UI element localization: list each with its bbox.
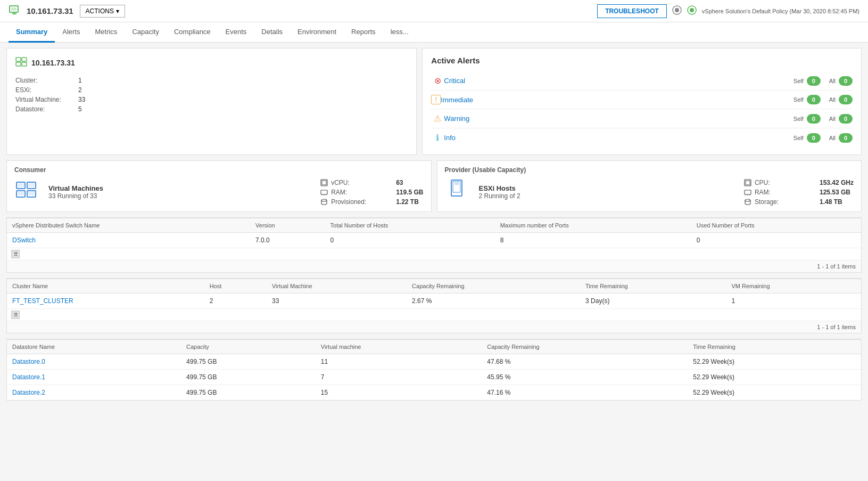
immediate-all-count: 0	[839, 95, 853, 104]
svg-point-8	[690, 8, 694, 12]
tab-capacity[interactable]: Capacity	[125, 22, 167, 43]
tab-less[interactable]: less...	[383, 22, 416, 43]
immediate-icon: !	[431, 95, 441, 104]
vswitch-col-maxports: Maximum number of Ports	[495, 218, 691, 233]
tab-compliance[interactable]: Compliance	[167, 22, 218, 43]
ds1-caprem: 45.95 %	[482, 370, 688, 385]
tab-details[interactable]: Details	[254, 22, 290, 43]
warning-all-count: 0	[839, 114, 853, 124]
tab-metrics[interactable]: Metrics	[87, 22, 125, 43]
ds-value: 5	[78, 105, 408, 113]
info-panel-title: 10.161.73.31	[15, 56, 408, 69]
cp-section: Consumer Virtual Machines	[6, 160, 862, 212]
resize-handle[interactable]: ⠿	[11, 250, 20, 258]
svg-rect-23	[321, 190, 327, 194]
svg-rect-12	[22, 62, 27, 66]
critical-all-count: 0	[839, 76, 853, 86]
consumer-icon	[14, 178, 38, 206]
ds0-name[interactable]: Datastore.0	[7, 354, 181, 370]
storage-icon	[320, 198, 328, 206]
troubleshoot-button[interactable]: TROUBLESHOOT	[597, 4, 667, 18]
provider-inner: ESXi Hosts 2 Running of 2 CPU: 153.42 GH…	[445, 178, 854, 206]
consumer-inner: Virtual Machines 33 Running of 33 vCPU: …	[14, 178, 424, 206]
provider-storage-value: 1.48 TB	[820, 198, 854, 206]
ram-icon	[320, 189, 328, 196]
esxi-label: ESXi:	[15, 86, 74, 94]
critical-name[interactable]: Critical	[444, 77, 793, 85]
ds1-name[interactable]: Datastore.1	[7, 370, 181, 385]
table-row: Datastore.1 499.75 GB 7 45.95 % 52.29 We…	[7, 370, 861, 385]
tab-reports[interactable]: Reports	[344, 22, 383, 43]
ds-col-vm: Virtual machine	[316, 340, 482, 354]
table-row: FT_TEST_CLUSTER 2 33 2.67 % 3 Day(s) 1	[7, 294, 861, 309]
provider-ram-value: 125.53 GB	[820, 189, 854, 196]
alerts-panel: Active Alerts ⊗ Critical Self 0 All 0 ! …	[422, 48, 862, 155]
vcpu-icon	[320, 179, 328, 186]
provider-label: Provider (Usable Capacity)	[445, 166, 854, 174]
svg-rect-34	[745, 190, 751, 194]
actions-button[interactable]: ACTIONS ▾	[80, 5, 125, 18]
svg-rect-10	[22, 58, 27, 61]
consumer-stats: vCPU: 63 RAM: 119.5 GB Provisioned: 1.22…	[320, 179, 423, 206]
ds2-vm: 15	[316, 385, 482, 401]
svg-rect-9	[16, 58, 21, 61]
main-content: 10.161.73.31 Cluster: 1 ESXi: 2 Virtual …	[0, 43, 868, 411]
info-grid: Cluster: 1 ESXi: 2 Virtual Machine: 33 D…	[15, 77, 408, 113]
info-title: 10.161.73.31	[31, 59, 75, 67]
vm-value: 33	[78, 96, 408, 103]
consumer-type: Virtual Machines	[48, 184, 103, 192]
vcpu-label: vCPU:	[320, 179, 390, 186]
ds-col-capacity: Capacity	[181, 340, 316, 354]
warning-name[interactable]: Warning	[444, 115, 793, 123]
provider-desc: ESXi Hosts 2 Running of 2	[479, 184, 520, 200]
tab-alerts[interactable]: Alerts	[55, 22, 87, 43]
provider-running: 2 Running of 2	[479, 192, 520, 200]
info-panel: 10.161.73.31 Cluster: 1 ESXi: 2 Virtual …	[6, 48, 417, 155]
immediate-name[interactable]: Immediate	[441, 96, 793, 104]
consumer-label: Consumer	[14, 166, 424, 174]
ds0-caprem: 47.68 %	[482, 354, 688, 370]
vm-label: Virtual Machine:	[15, 96, 74, 103]
tab-summary[interactable]: Summary	[9, 22, 55, 43]
ds2-timerem: 52.29 Week(s)	[688, 385, 861, 401]
vswitch-table: vSphere Distributed Switch Name Version …	[7, 218, 861, 260]
provider-ram-icon	[744, 189, 751, 196]
immediate-self-count: 0	[807, 95, 821, 104]
ds-col-name: Datastore Name	[7, 340, 181, 354]
ds-label: Datastore:	[15, 105, 74, 113]
warning-self: Self 0	[793, 114, 821, 124]
cluster-host: 2	[204, 294, 267, 309]
chevron-down-icon: ▾	[116, 7, 119, 15]
table-resize-row: ⠿	[7, 248, 861, 260]
alert-info: ℹ Info Self 0 All 0	[431, 128, 853, 147]
provisioned-label: Provisioned:	[320, 198, 390, 206]
svg-rect-16	[28, 183, 35, 187]
info-icon: ℹ	[431, 133, 444, 143]
cluster-vm: 33	[267, 294, 407, 309]
info-all-count: 0	[839, 133, 853, 143]
cluster-caprem: 2.67 %	[407, 294, 580, 309]
cluster-col-caprem: Capacity Remaining	[407, 279, 580, 294]
table-row: Datastore.2 499.75 GB 15 47.16 % 52.29 W…	[7, 385, 861, 401]
provider-ram-label: RAM:	[744, 189, 813, 196]
vswitch-table-section: vSphere Distributed Switch Name Version …	[6, 217, 862, 273]
ds2-name[interactable]: Datastore.2	[7, 385, 181, 401]
policy-text: vSphere Solution's Default Policy (Mar 3…	[702, 8, 859, 14]
tab-environment[interactable]: Environment	[290, 22, 344, 43]
cluster-name[interactable]: FT_TEST_CLUSTER	[7, 294, 204, 309]
cpu-icon	[744, 179, 751, 186]
consumer-ram-label: RAM:	[320, 189, 390, 196]
vswitch-col-hosts: Total Number of Hosts	[325, 218, 495, 233]
alerts-title: Active Alerts	[431, 56, 853, 65]
ds2-capacity: 499.75 GB	[181, 385, 316, 401]
tab-events[interactable]: Events	[218, 22, 254, 43]
resize-handle-2[interactable]: ⠿	[11, 311, 20, 319]
dswitch-name[interactable]: DSwitch	[7, 233, 250, 248]
info-name[interactable]: Info	[444, 134, 793, 142]
datastore-table: Datastore Name Capacity Virtual machine …	[7, 339, 861, 400]
info-all: All 0	[829, 133, 853, 143]
datastore-table-section: Datastore Name Capacity Virtual machine …	[6, 339, 862, 401]
warning-all: All 0	[829, 114, 853, 124]
top-bar-right: TROUBLESHOOT vSphere Solution's Default …	[597, 4, 859, 18]
ds2-caprem: 47.16 %	[482, 385, 688, 401]
